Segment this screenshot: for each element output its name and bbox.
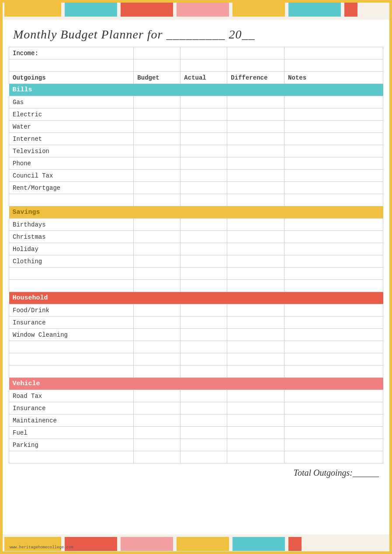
label-birthdays: Birthdays — [9, 219, 134, 231]
section-vehicle: Vehicle — [9, 378, 383, 390]
row-parking: Parking — [9, 439, 383, 451]
row-clothing: Clothing — [9, 255, 383, 268]
bottom-seg-yellow: www.heritagehomecollege.com — [4, 537, 61, 551]
bottom-seg-yellow2 — [177, 537, 229, 551]
row-council-tax: Council Tax — [9, 170, 383, 182]
empty-row-1 — [9, 59, 383, 72]
top-seg-red2 — [344, 3, 357, 17]
income-label: Income: — [9, 47, 134, 59]
row-water: Water — [9, 121, 383, 133]
row-road-tax: Road Tax — [9, 390, 383, 402]
label-clothing: Clothing — [9, 255, 134, 268]
label-council-tax: Council Tax — [9, 170, 134, 182]
income-row: Income: — [9, 47, 383, 59]
label-holiday: Holiday — [9, 243, 134, 255]
label-gas: Gas — [9, 96, 134, 108]
row-gas: Gas — [9, 96, 383, 108]
label-insurance-vehicle: Insurance — [9, 402, 134, 415]
income-diff — [227, 47, 284, 59]
row-phone: Phone — [9, 157, 383, 170]
row-rent-mortgage: Rent/Mortgage — [9, 182, 383, 194]
top-seg-yellow — [4, 3, 61, 17]
empty-row-4 — [9, 280, 383, 292]
row-maintainence: Maintainence — [9, 415, 383, 427]
label-electric: Electric — [9, 108, 134, 121]
top-seg-teal2 — [288, 3, 341, 17]
row-christmas: Christmas — [9, 231, 383, 243]
header-actual: Actual — [180, 72, 227, 84]
row-insurance-vehicle: Insurance — [9, 402, 383, 415]
empty-row-7 — [9, 366, 383, 378]
main-content: Monthly Budget Planner for _________ 20_… — [0, 20, 392, 485]
page-title: Monthly Budget Planner for _________ 20_… — [13, 28, 383, 42]
row-birthdays: Birthdays — [9, 219, 383, 231]
label-food-drink: Food/Drink — [9, 304, 134, 317]
label-water: Water — [9, 121, 134, 133]
income-actual — [180, 47, 227, 59]
row-window-cleaning: Window Cleaning — [9, 329, 383, 341]
income-budget — [134, 47, 180, 59]
empty-row-5 — [9, 341, 383, 353]
top-seg-teal — [65, 3, 117, 17]
income-notes — [284, 47, 383, 59]
header-difference: Difference — [227, 72, 284, 84]
label-christmas: Christmas — [9, 231, 134, 243]
header-notes: Notes — [284, 72, 383, 84]
household-header: Household — [9, 292, 383, 304]
section-savings: Savings — [9, 206, 383, 219]
top-seg-pink — [177, 3, 229, 17]
label-internet: Internet — [9, 133, 134, 145]
empty-row-8 — [9, 451, 383, 463]
row-fuel: Fuel — [9, 427, 383, 439]
empty-row-2 — [9, 194, 383, 206]
top-color-bar — [0, 0, 392, 20]
section-bills: Bills — [9, 84, 383, 96]
budget-table: Income: Outgoings Budget Actual Differen… — [9, 47, 383, 463]
column-headers: Outgoings Budget Actual Difference Notes — [9, 72, 383, 84]
row-holiday: Holiday — [9, 243, 383, 255]
empty-row-6 — [9, 353, 383, 366]
header-budget: Budget — [134, 72, 180, 84]
section-household: Household — [9, 292, 383, 304]
label-maintainence: Maintainence — [9, 415, 134, 427]
footer-text: www.heritagehomecollege.com — [10, 545, 73, 550]
row-insurance-household: Insurance — [9, 317, 383, 329]
bottom-seg-pink — [121, 537, 173, 551]
savings-header: Savings — [9, 206, 383, 219]
bottom-seg-teal — [232, 537, 285, 551]
label-television: Television — [9, 145, 134, 157]
label-fuel: Fuel — [9, 427, 134, 439]
label-window-cleaning: Window Cleaning — [9, 329, 134, 341]
bottom-seg-red2 — [288, 537, 302, 551]
row-internet: Internet — [9, 133, 383, 145]
row-electric: Electric — [9, 108, 383, 121]
row-television: Television — [9, 145, 383, 157]
label-phone: Phone — [9, 157, 134, 170]
total-outgoings: Total Outgoings:______ — [9, 468, 383, 478]
label-parking: Parking — [9, 439, 134, 451]
empty-row-3 — [9, 268, 383, 280]
top-seg-red — [121, 3, 173, 17]
header-outgoings: Outgoings — [9, 72, 134, 84]
label-road-tax: Road Tax — [9, 390, 134, 402]
bills-header: Bills — [9, 84, 383, 96]
label-insurance-household: Insurance — [9, 317, 134, 329]
row-food-drink: Food/Drink — [9, 304, 383, 317]
vehicle-header: Vehicle — [9, 378, 383, 390]
top-seg-yellow2 — [232, 3, 285, 17]
label-rent-mortgage: Rent/Mortgage — [9, 182, 134, 194]
bottom-color-bar: www.heritagehomecollege.com — [0, 534, 392, 554]
